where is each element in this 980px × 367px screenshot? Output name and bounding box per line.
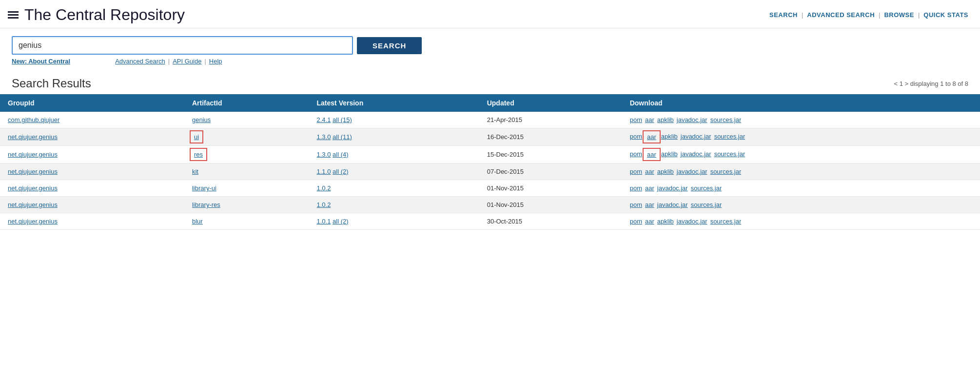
cell-groupid: net.qiujuer.genius: [0, 146, 184, 163]
download-link-apklib[interactable]: apklib: [657, 168, 674, 175]
cell-version: 2.4.1 all (15): [309, 112, 479, 128]
download-link-apklib[interactable]: apklib: [661, 150, 678, 159]
search-input[interactable]: [12, 36, 353, 55]
download-link-pom[interactable]: pom: [630, 218, 642, 225]
nav-advanced-search[interactable]: ADVANCED SEARCH: [807, 11, 875, 19]
artifactid-link[interactable]: res: [192, 150, 205, 159]
version-link[interactable]: 1.1.0: [317, 168, 331, 175]
groupid-link[interactable]: net.qiujuer.genius: [8, 168, 58, 175]
all-versions-link[interactable]: all (2): [333, 168, 349, 175]
download-link-aar[interactable]: aar: [645, 150, 658, 159]
download-link-aar[interactable]: aar: [645, 116, 654, 123]
artifactid-link[interactable]: genius: [192, 116, 211, 123]
advanced-search-link[interactable]: Advanced Search: [115, 58, 165, 65]
new-about-link[interactable]: New: About Central: [12, 58, 70, 65]
download-link-javadoc-jar[interactable]: javadoc.jar: [677, 116, 707, 123]
cell-downloads: pomaarapklibjavadoc.jarsources.jar: [622, 163, 980, 180]
download-link-pom[interactable]: pom: [630, 201, 642, 208]
artifactid-link[interactable]: ui: [192, 133, 201, 141]
version-link[interactable]: 1.0.2: [317, 201, 331, 208]
version-link[interactable]: 1.0.1: [317, 218, 331, 225]
search-links: New: About Central Advanced Search | API…: [12, 58, 968, 65]
cell-artifactid: library-res: [184, 197, 309, 213]
all-versions-link[interactable]: all (15): [333, 116, 352, 123]
cell-groupid: net.qiujuer.genius: [0, 180, 184, 197]
all-versions-link[interactable]: all (11): [333, 133, 352, 141]
groupid-link[interactable]: net.qiujuer.genius: [8, 201, 58, 208]
cell-downloads: pomaarapklibjavadoc.jarsources.jar: [622, 128, 980, 146]
download-link-pom[interactable]: pom: [630, 133, 642, 141]
download-link-javadoc-jar[interactable]: javadoc.jar: [657, 201, 688, 208]
artifactid-link[interactable]: library-res: [192, 201, 220, 208]
nav-search[interactable]: SEARCH: [769, 11, 798, 19]
download-link-sources-jar[interactable]: sources.jar: [691, 201, 722, 208]
groupid-link[interactable]: net.qiujuer.genius: [8, 133, 58, 141]
cell-downloads: pomaarapklibjavadoc.jarsources.jar: [622, 213, 980, 230]
cell-version: 1.0.1 all (2): [309, 213, 479, 230]
nav-browse[interactable]: BROWSE: [884, 11, 914, 19]
cell-updated: 01-Nov-2015: [479, 197, 622, 213]
download-link-apklib[interactable]: apklib: [657, 218, 674, 225]
groupid-link[interactable]: net.qiujuer.genius: [8, 151, 58, 158]
search-input-wrap: [12, 36, 353, 55]
cell-downloads: pomaarjavadoc.jarsources.jar: [622, 197, 980, 213]
pagination-info: < 1 > displaying 1 to 8 of 8: [894, 80, 969, 87]
all-versions-link[interactable]: all (4): [333, 151, 349, 158]
menu-icon[interactable]: [8, 11, 19, 19]
download-link-javadoc-jar[interactable]: javadoc.jar: [681, 133, 711, 141]
download-link-sources-jar[interactable]: sources.jar: [691, 184, 722, 192]
download-link-sources-jar[interactable]: sources.jar: [714, 150, 745, 159]
search-area: SEARCH New: About Central Advanced Searc…: [0, 28, 980, 69]
download-link-aar[interactable]: aar: [645, 184, 654, 192]
version-link[interactable]: 1.0.2: [317, 184, 331, 192]
download-link-javadoc-jar[interactable]: javadoc.jar: [677, 218, 707, 225]
version-link[interactable]: 1.3.0: [317, 151, 331, 158]
results-title: Search Results: [12, 77, 91, 90]
help-link[interactable]: Help: [209, 58, 222, 65]
download-link-pom[interactable]: pom: [630, 184, 642, 192]
table-row: net.qiujuer.geniuskit1.1.0 all (2)07-Dec…: [0, 163, 980, 180]
cell-artifactid: blur: [184, 213, 309, 230]
download-link-aar[interactable]: aar: [645, 133, 658, 141]
table-row: net.qiujuer.geniusblur1.0.1 all (2)30-Oc…: [0, 213, 980, 230]
search-button[interactable]: SEARCH: [357, 37, 422, 54]
artifactid-link[interactable]: blur: [192, 218, 203, 225]
download-link-aar[interactable]: aar: [645, 201, 654, 208]
results-header: Search Results < 1 > displaying 1 to 8 o…: [0, 69, 980, 94]
cell-updated: 07-Dec-2015: [479, 163, 622, 180]
api-guide-link[interactable]: API Guide: [173, 58, 201, 65]
download-link-javadoc-jar[interactable]: javadoc.jar: [681, 150, 711, 159]
download-link-pom[interactable]: pom: [630, 116, 642, 123]
download-link-javadoc-jar[interactable]: javadoc.jar: [677, 168, 707, 175]
download-link-pom[interactable]: pom: [630, 150, 642, 159]
all-versions-link[interactable]: all (2): [333, 218, 349, 225]
nav-quick-stats[interactable]: QUICK STATS: [923, 11, 968, 19]
cell-downloads: pomaarjavadoc.jarsources.jar: [622, 180, 980, 197]
cell-updated: 21-Apr-2015: [479, 112, 622, 128]
cell-groupid: net.qiujuer.genius: [0, 128, 184, 146]
cell-updated: 16-Dec-2015: [479, 128, 622, 146]
download-link-sources-jar[interactable]: sources.jar: [710, 168, 742, 175]
download-link-aar[interactable]: aar: [645, 168, 654, 175]
table-row: com.github.qiujuergenius2.4.1 all (15)21…: [0, 112, 980, 128]
table-row: net.qiujuer.geniusres1.3.0 all (4)15-Dec…: [0, 146, 980, 163]
groupid-link[interactable]: com.github.qiujuer: [8, 116, 59, 123]
table-header: GroupId ArtifactId Latest Version Update…: [0, 94, 980, 112]
download-link-apklib[interactable]: apklib: [661, 133, 678, 141]
version-link[interactable]: 1.3.0: [317, 133, 331, 141]
download-link-sources-jar[interactable]: sources.jar: [710, 218, 742, 225]
cell-groupid: net.qiujuer.genius: [0, 197, 184, 213]
groupid-link[interactable]: net.qiujuer.genius: [8, 184, 58, 192]
groupid-link[interactable]: net.qiujuer.genius: [8, 218, 58, 225]
cell-version: 1.3.0 all (11): [309, 128, 479, 146]
download-link-sources-jar[interactable]: sources.jar: [714, 133, 745, 141]
download-link-javadoc-jar[interactable]: javadoc.jar: [657, 184, 688, 192]
download-link-sources-jar[interactable]: sources.jar: [710, 116, 742, 123]
download-link-apklib[interactable]: apklib: [657, 116, 674, 123]
artifactid-link[interactable]: kit: [192, 168, 198, 175]
version-link[interactable]: 2.4.1: [317, 116, 331, 123]
artifactid-link[interactable]: library-ui: [192, 184, 216, 192]
cell-updated: 01-Nov-2015: [479, 180, 622, 197]
download-link-pom[interactable]: pom: [630, 168, 642, 175]
download-link-aar[interactable]: aar: [645, 218, 654, 225]
